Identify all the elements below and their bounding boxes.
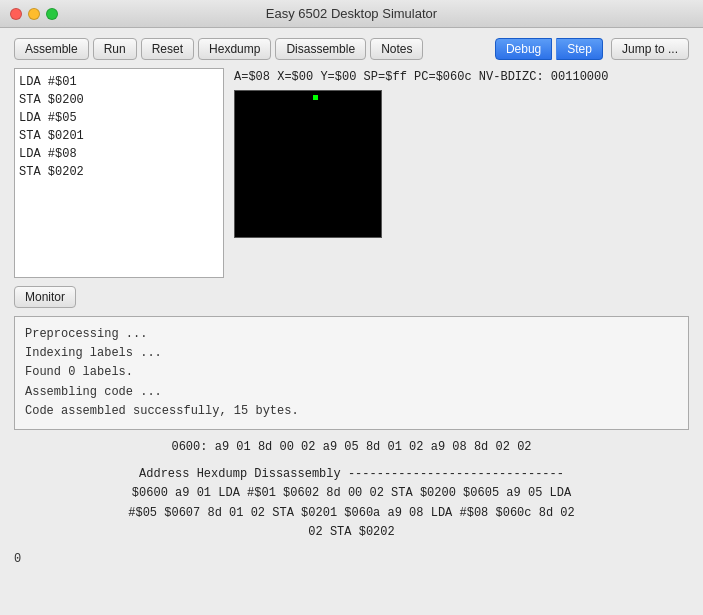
notes-button[interactable]: Notes [370,38,423,60]
disassemble-button[interactable]: Disassemble [275,38,366,60]
step-button[interactable]: Step [556,38,603,60]
hex-line: 0600: a9 01 8d 00 02 a9 05 8d 01 02 a9 0… [14,438,689,457]
close-button[interactable] [10,8,22,20]
traffic-lights [10,8,58,20]
output-log: Preprocessing ... Indexing labels ... Fo… [14,316,689,430]
log-line-5: Code assembled successfully, 15 bytes. [25,402,678,421]
title-bar: Easy 6502 Desktop Simulator [0,0,703,28]
disasm-line-2: #$05 $0607 8d 01 02 STA $0201 $060a a9 0… [14,504,689,523]
monitor-button[interactable]: Monitor [14,286,76,308]
debug-button[interactable]: Debug [495,38,552,60]
right-panel: A=$08 X=$00 Y=$00 SP=$ff PC=$060c NV-BDI… [234,68,689,238]
hexdump-button[interactable]: Hexdump [198,38,271,60]
main-content: Assemble Run Reset Hexdump Disassemble N… [0,28,703,578]
disasm-line-3: 02 STA $0202 [14,523,689,542]
log-line-4: Assembling code ... [25,383,678,402]
pixel-green [313,95,318,100]
monitor-button-container: Monitor [14,286,76,308]
log-line-3: Found 0 labels. [25,363,678,382]
assemble-button[interactable]: Assemble [14,38,89,60]
disasm-header: Address Hexdump Dissassembly -----------… [14,465,689,484]
minimize-button[interactable] [28,8,40,20]
registers-display: A=$08 X=$00 Y=$00 SP=$ff PC=$060c NV-BDI… [234,68,689,86]
reset-button[interactable]: Reset [141,38,194,60]
log-line-2: Indexing labels ... [25,344,678,363]
editor-display-row: LDA #$01 STA $0200 LDA #$05 STA $0201 LD… [14,68,689,278]
disasm-output: Address Hexdump Dissassembly -----------… [14,465,689,542]
maximize-button[interactable] [46,8,58,20]
disasm-line-1: $0600 a9 01 LDA #$01 $0602 8d 00 02 STA … [14,484,689,503]
code-editor[interactable]: LDA #$01 STA $0200 LDA #$05 STA $0201 LD… [14,68,224,278]
run-button[interactable]: Run [93,38,137,60]
jumpto-button[interactable]: Jump to ... [611,38,689,60]
display-canvas [234,90,382,238]
toolbar: Assemble Run Reset Hexdump Disassemble N… [14,38,689,60]
hex-output: 0600: a9 01 8d 00 02 a9 05 8d 01 02 a9 0… [14,438,689,457]
window-title: Easy 6502 Desktop Simulator [266,6,437,21]
log-line-1: Preprocessing ... [25,325,678,344]
cycle-counter: 0 [14,550,689,568]
